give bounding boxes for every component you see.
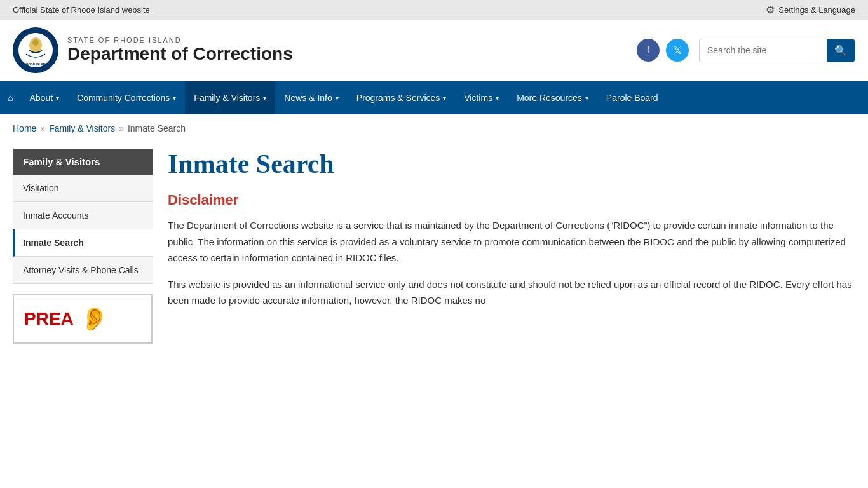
twitter-button[interactable]: 𝕏	[666, 39, 689, 62]
main-nav: ⌂ About ▾ Community Corrections ▾ Family…	[0, 81, 868, 114]
nav-parole-board[interactable]: Parole Board	[597, 81, 667, 114]
breadcrumb-sep-1: »	[40, 123, 45, 133]
nav-family-visitors[interactable]: Family & Visitors ▾	[185, 81, 275, 114]
nav-family-label: Family & Visitors	[194, 93, 260, 103]
search-box: 🔍	[699, 39, 855, 62]
sidebar: Family & Visitors Visitation Inmate Acco…	[13, 149, 153, 344]
home-icon: ⌂	[8, 93, 13, 103]
nav-more-resources[interactable]: More Resources ▾	[508, 81, 597, 114]
nav-news-label: News & Info	[284, 93, 332, 103]
ear-icon: 👂	[80, 306, 109, 332]
header: RHODE ISLAND STATE OF RHODE ISLAND Depar…	[0, 20, 868, 81]
header-left: RHODE ISLAND STATE OF RHODE ISLAND Depar…	[13, 27, 293, 73]
sidebar-banner: PREA 👂	[13, 294, 153, 344]
official-text: Official State of Rhode Island website	[13, 5, 150, 15]
search-button[interactable]: 🔍	[827, 39, 855, 62]
sidebar-item-attorney-visits[interactable]: Attorney Visits & Phone Calls	[13, 257, 153, 284]
chevron-down-icon: ▾	[496, 95, 499, 102]
chevron-down-icon: ▾	[336, 95, 339, 102]
chevron-down-icon: ▾	[56, 95, 59, 102]
breadcrumb-sep-2: »	[119, 123, 124, 133]
nav-community-label: Community Corrections	[77, 93, 170, 103]
content-paragraph-2: This website is provided as an informati…	[168, 276, 855, 309]
main-layout: Family & Visitors Visitation Inmate Acco…	[0, 142, 868, 356]
nav-programs-label: Programs & Services	[356, 93, 440, 103]
nav-victims-label: Victims	[464, 93, 492, 103]
nav-programs-services[interactable]: Programs & Services ▾	[348, 81, 455, 114]
gear-icon: ⚙	[766, 4, 775, 16]
breadcrumb-current: Inmate Search	[128, 123, 186, 133]
top-bar: Official State of Rhode Island website ⚙…	[0, 0, 868, 20]
nav-about-label: About	[29, 93, 53, 103]
breadcrumb-family-visitors[interactable]: Family & Visitors	[49, 123, 115, 133]
content-paragraph-1: The Department of Corrections website is…	[168, 217, 855, 266]
state-name: STATE OF RHODE ISLAND	[67, 36, 293, 44]
settings-language-button[interactable]: ⚙ Settings & Language	[766, 4, 855, 16]
nav-community-corrections[interactable]: Community Corrections ▾	[68, 81, 185, 114]
sidebar-item-visitation[interactable]: Visitation	[13, 175, 153, 202]
content-area: Inmate Search Disclaimer The Department …	[168, 149, 855, 344]
chevron-down-icon: ▾	[585, 95, 588, 102]
social-icons: f 𝕏	[637, 39, 689, 62]
breadcrumb-home[interactable]: Home	[13, 123, 36, 133]
header-title: STATE OF RHODE ISLAND Department of Corr…	[67, 36, 293, 64]
nav-news-info[interactable]: News & Info ▾	[275, 81, 347, 114]
page-title: Inmate Search	[168, 149, 855, 179]
dept-name: Department of Corrections	[67, 44, 293, 64]
chevron-down-icon: ▾	[443, 95, 446, 102]
nav-victims[interactable]: Victims ▾	[455, 81, 508, 114]
header-right: f 𝕏 🔍	[637, 39, 855, 62]
svg-point-2	[32, 39, 39, 46]
facebook-button[interactable]: f	[637, 39, 660, 62]
state-logo: RHODE ISLAND	[13, 27, 58, 73]
disclaimer-heading: Disclaimer	[168, 192, 855, 208]
nav-more-label: More Resources	[517, 93, 582, 103]
sidebar-item-inmate-search[interactable]: Inmate Search	[13, 229, 153, 257]
logo-svg: RHODE ISLAND	[17, 31, 55, 69]
search-input[interactable]	[700, 39, 827, 62]
nav-parole-label: Parole Board	[606, 93, 658, 103]
sidebar-section-title: Family & Visitors	[13, 149, 153, 175]
svg-text:RHODE ISLAND: RHODE ISLAND	[24, 62, 48, 66]
chevron-down-icon: ▾	[263, 95, 266, 102]
chevron-down-icon: ▾	[173, 95, 176, 102]
breadcrumb: Home » Family & Visitors » Inmate Search	[0, 114, 868, 142]
nav-home[interactable]: ⌂	[0, 81, 20, 114]
prea-text: PREA	[24, 309, 74, 329]
nav-about[interactable]: About ▾	[20, 81, 68, 114]
settings-label: Settings & Language	[778, 5, 855, 15]
sidebar-item-inmate-accounts[interactable]: Inmate Accounts	[13, 202, 153, 229]
